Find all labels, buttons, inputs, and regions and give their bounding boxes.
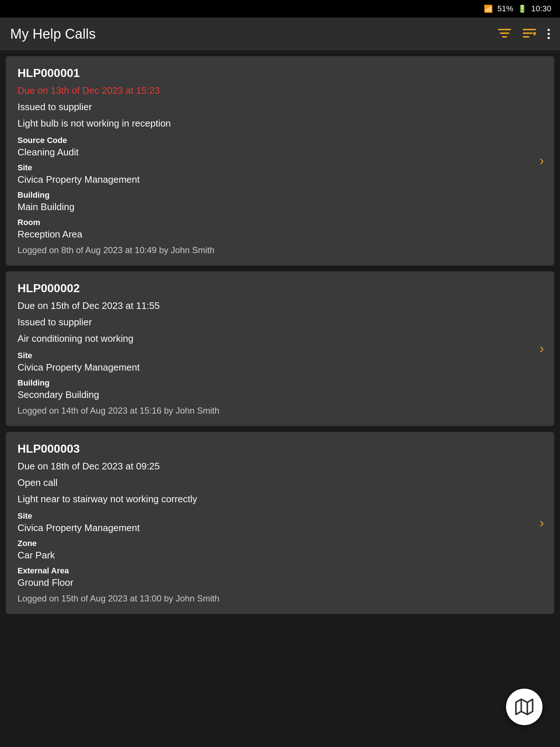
filter-icon[interactable] bbox=[498, 29, 511, 39]
field-building-1: Building Secondary Building bbox=[18, 378, 542, 400]
cards-list: HLP000001 Due on 13th of Dec 2023 at 15:… bbox=[0, 50, 560, 620]
wifi-icon: 📶 bbox=[484, 4, 493, 13]
call-description: Air conditioning not working bbox=[18, 333, 542, 344]
chevron-right-icon[interactable]: › bbox=[540, 153, 544, 169]
call-status: Issued to supplier bbox=[18, 101, 542, 113]
battery-level: 51% bbox=[497, 4, 513, 13]
battery-icon: 🔋 bbox=[518, 4, 527, 13]
logged-info: Logged on 14th of Aug 2023 at 15:16 by J… bbox=[18, 406, 542, 416]
header-actions: ▼ bbox=[498, 29, 550, 39]
help-call-card[interactable]: HLP000002 Due on 15th of Dec 2023 at 11:… bbox=[6, 271, 554, 426]
field-source-code: Source Code Cleaning Audit bbox=[18, 136, 542, 158]
map-icon bbox=[515, 698, 533, 716]
field-site-0: Site Civica Property Management bbox=[18, 163, 542, 185]
call-id: HLP000001 bbox=[18, 66, 542, 80]
field-building-0: Building Main Building bbox=[18, 190, 542, 213]
due-date: Due on 13th of Dec 2023 at 15:23 bbox=[18, 85, 542, 96]
app-header: My Help Calls ▼ bbox=[0, 18, 560, 50]
field-site-1: Site Civica Property Management bbox=[18, 351, 542, 373]
status-bar: 📶 51% 🔋 10:30 bbox=[0, 0, 560, 18]
field-site-2: Site Civica Property Management bbox=[18, 511, 542, 534]
chevron-right-icon[interactable]: › bbox=[540, 515, 544, 531]
field-external-area-2: External Area Ground Floor bbox=[18, 566, 542, 588]
field-room-0: Room Reception Area bbox=[18, 218, 542, 240]
call-description: Light near to stairway not working corre… bbox=[18, 494, 542, 505]
call-status: Issued to supplier bbox=[18, 317, 542, 328]
sort-icon[interactable]: ▼ bbox=[523, 29, 536, 39]
logged-info: Logged on 15th of Aug 2023 at 13:00 by J… bbox=[18, 593, 542, 604]
clock: 10:30 bbox=[531, 4, 551, 13]
field-zone-2: Zone Car Park bbox=[18, 539, 542, 561]
due-date: Due on 18th of Dec 2023 at 09:25 bbox=[18, 461, 542, 472]
floating-action-button[interactable] bbox=[506, 689, 542, 725]
page-title: My Help Calls bbox=[10, 26, 96, 42]
call-description: Light bulb is not working in reception bbox=[18, 118, 542, 129]
chevron-right-icon[interactable]: › bbox=[540, 341, 544, 356]
logged-info: Logged on 8th of Aug 2023 at 10:49 by Jo… bbox=[18, 245, 542, 255]
more-menu-icon[interactable] bbox=[548, 29, 550, 39]
due-date: Due on 15th of Dec 2023 at 11:55 bbox=[18, 300, 542, 311]
call-status: Open call bbox=[18, 477, 542, 488]
call-id: HLP000002 bbox=[18, 282, 542, 295]
help-call-card[interactable]: HLP000003 Due on 18th of Dec 2023 at 09:… bbox=[6, 432, 554, 614]
svg-marker-0 bbox=[516, 699, 533, 715]
help-call-card[interactable]: HLP000001 Due on 13th of Dec 2023 at 15:… bbox=[6, 56, 554, 266]
call-id: HLP000003 bbox=[18, 442, 542, 456]
